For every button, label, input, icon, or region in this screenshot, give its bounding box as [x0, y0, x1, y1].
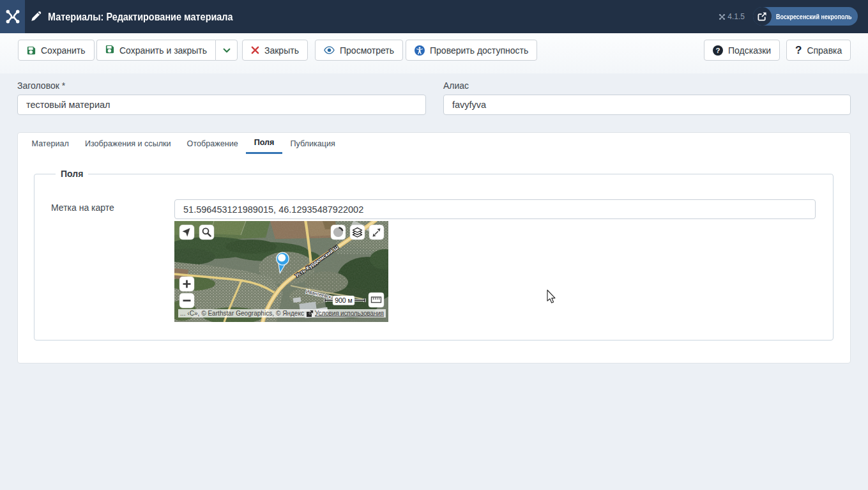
- svg-text:Условия использования: Условия использования: [315, 310, 384, 317]
- svg-text:... ‹С», © Earthstar Geographi: ... ‹С», © Earthstar Geographics, © Янде…: [180, 310, 304, 317]
- svg-text:?: ?: [715, 47, 720, 54]
- svg-text:900 м: 900 м: [335, 296, 353, 304]
